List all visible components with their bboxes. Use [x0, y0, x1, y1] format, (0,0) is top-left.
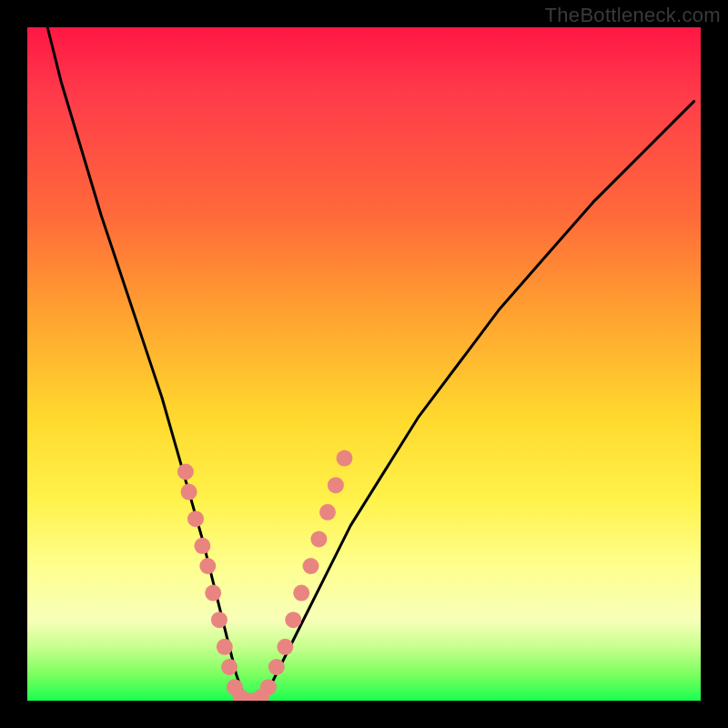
highlight-dot [303, 558, 319, 574]
highlight-dot [221, 659, 238, 675]
highlight-dot [293, 585, 309, 602]
watermark-text: TheBottleneck.com [545, 4, 721, 27]
highlight-dot [285, 612, 301, 628]
highlight-dot [319, 504, 336, 521]
highlight-dot [187, 511, 204, 527]
highlight-dot [211, 612, 228, 628]
highlight-dot [217, 639, 233, 655]
highlight-dot [205, 585, 221, 602]
highlight-dot [277, 639, 293, 655]
highlight-dot [337, 450, 353, 467]
highlight-dot [194, 538, 210, 554]
highlight-dot [268, 659, 285, 675]
chart-frame: TheBottleneck.com [0, 0, 728, 728]
highlight-dot [310, 531, 327, 547]
bottleneck-curve-path [47, 27, 693, 701]
highlight-dot [177, 463, 194, 480]
highlight-dot [199, 558, 216, 574]
curve-layer [47, 27, 693, 701]
chart-svg [27, 27, 701, 701]
highlight-dot [181, 484, 197, 500]
highlight-dot [328, 477, 344, 493]
plot-area [27, 27, 701, 701]
highlight-dot [260, 679, 277, 695]
